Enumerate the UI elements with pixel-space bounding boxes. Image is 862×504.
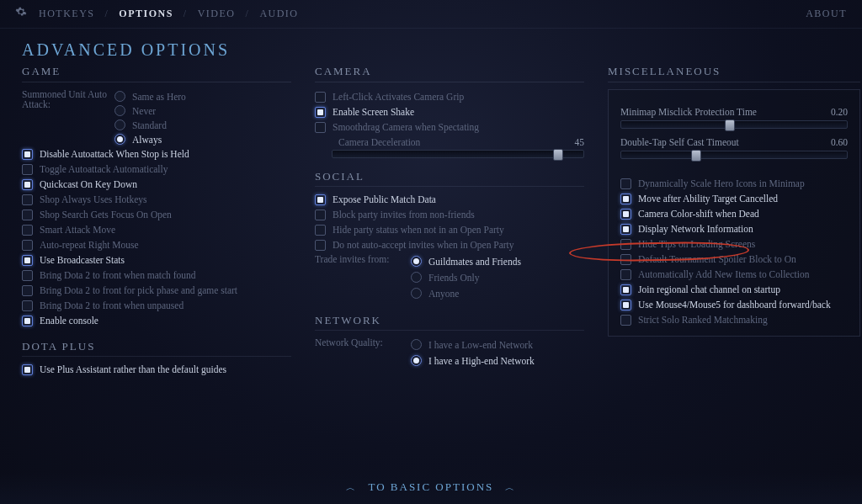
- page-title: ADVANCED OPTIONS: [0, 29, 862, 65]
- checkbox[interactable]: [620, 300, 631, 310]
- game-option[interactable]: Bring Dota 2 to front for pick phase and…: [22, 283, 291, 298]
- topbar: HOTKEYS / OPTIONS / VIDEO / AUDIO ABOUT: [0, 0, 862, 29]
- slider-track[interactable]: [620, 120, 848, 129]
- misc-option[interactable]: Join regional chat channel on startup: [620, 282, 848, 297]
- radio[interactable]: [411, 256, 422, 267]
- summoned-label: Summoned Unit Auto Attack:: [22, 89, 114, 146]
- tab-options[interactable]: OPTIONS: [119, 8, 173, 20]
- game-option[interactable]: Toggle Autoattack Automatically: [22, 162, 291, 177]
- game-option[interactable]: Enable console: [22, 313, 291, 328]
- game-option[interactable]: Bring Dota 2 to front when match found: [22, 268, 291, 283]
- checkbox[interactable]: [315, 107, 326, 118]
- radio[interactable]: [114, 134, 125, 145]
- radio[interactable]: [114, 105, 125, 116]
- checkbox[interactable]: [22, 300, 33, 311]
- trade-opt[interactable]: Anyone: [411, 286, 521, 300]
- radio[interactable]: [411, 288, 422, 299]
- social-option[interactable]: Do not auto-accept invites when in Open …: [315, 237, 584, 252]
- checkbox[interactable]: [22, 149, 33, 160]
- gear-icon[interactable]: [15, 6, 27, 21]
- game-option[interactable]: Quickcast On Key Down: [22, 177, 291, 192]
- checkbox[interactable]: [22, 225, 33, 236]
- checkbox[interactable]: [22, 285, 33, 296]
- checkbox[interactable]: [22, 255, 33, 266]
- checkbox[interactable]: [22, 164, 33, 175]
- dotaplus-option[interactable]: Use Plus Assistant rather than the defau…: [22, 362, 291, 377]
- slider-handle[interactable]: [691, 150, 701, 162]
- checkbox[interactable]: [620, 254, 631, 265]
- misc-option[interactable]: Strict Solo Ranked Matchmaking: [620, 312, 848, 327]
- checkbox[interactable]: [315, 225, 326, 236]
- tab-video[interactable]: VIDEO: [198, 8, 236, 20]
- summoned-opt[interactable]: Same as Hero: [114, 89, 186, 103]
- summoned-opt[interactable]: Never: [114, 103, 186, 118]
- checkbox[interactable]: [620, 269, 631, 280]
- option-label: Default Tournament Spoiler Block to On: [638, 254, 848, 264]
- misc-option[interactable]: Display Network Information: [620, 221, 848, 236]
- slider-value: 0.20: [831, 107, 848, 117]
- to-basic-options[interactable]: ︿ TO BASIC OPTIONS ︿: [0, 472, 862, 504]
- misc-option[interactable]: Hide Tips on Loading Screens: [620, 236, 848, 252]
- checkbox[interactable]: [315, 92, 326, 103]
- checkbox[interactable]: [620, 239, 631, 250]
- trade-opt[interactable]: Guildmates and Friends: [411, 254, 521, 268]
- radio[interactable]: [411, 355, 422, 366]
- misc-option[interactable]: Automatically Add New Items to Collectio…: [620, 267, 848, 282]
- game-option[interactable]: Auto-repeat Right Mouse: [22, 237, 291, 252]
- checkbox[interactable]: [620, 194, 631, 204]
- checkbox[interactable]: [22, 364, 33, 375]
- game-option[interactable]: Shop Search Gets Focus On Open: [22, 207, 291, 222]
- tab-hotkeys[interactable]: HOTKEYS: [39, 8, 95, 20]
- checkbox[interactable]: [315, 240, 326, 251]
- checkbox[interactable]: [22, 240, 33, 251]
- game-option[interactable]: Disable Autoattack When Stop is Held: [22, 146, 291, 162]
- social-option[interactable]: Hide party status when not in an Open Pa…: [315, 222, 584, 237]
- col-right: MISCELLANEOUS Minimap Misclick Protectio…: [608, 65, 860, 377]
- checkbox[interactable]: [620, 315, 631, 326]
- checkbox[interactable]: [315, 210, 326, 220]
- section-social: SOCIAL: [315, 170, 584, 187]
- game-option[interactable]: Smart Attack Move: [22, 222, 291, 237]
- summoned-opt[interactable]: Always: [114, 132, 186, 146]
- option-label: Toggle Autoattack Automatically: [40, 164, 291, 174]
- checkbox[interactable]: [315, 194, 326, 205]
- checkbox[interactable]: [315, 122, 326, 133]
- trade-opt[interactable]: Friends Only: [411, 270, 521, 284]
- radio[interactable]: [114, 91, 125, 102]
- network-opt[interactable]: I have a Low-end Network: [411, 337, 535, 352]
- checkbox[interactable]: [22, 210, 33, 220]
- slider-handle[interactable]: [553, 149, 563, 161]
- radio[interactable]: [411, 272, 422, 283]
- checkbox[interactable]: [620, 284, 631, 295]
- slider-handle[interactable]: [725, 119, 735, 131]
- misc-option[interactable]: Dynamically Scale Hero Icons in Minimap: [620, 176, 848, 191]
- misc-option[interactable]: Camera Color-shift when Dead: [620, 206, 848, 221]
- checkbox[interactable]: [22, 179, 33, 190]
- game-option[interactable]: Bring Dota 2 to front when unpaused: [22, 298, 291, 313]
- camera-option[interactable]: Smoothdrag Camera when Spectating: [315, 119, 584, 135]
- camera-option[interactable]: Left-Click Activates Camera Grip: [315, 89, 584, 104]
- game-option[interactable]: Use Broadcaster Stats: [22, 252, 291, 268]
- radio[interactable]: [114, 119, 125, 130]
- checkbox[interactable]: [620, 178, 631, 189]
- camera-option[interactable]: Enable Screen Shake: [315, 104, 584, 119]
- misc-option[interactable]: Move after Ability Target Cancelled: [620, 191, 848, 206]
- social-option[interactable]: Expose Public Match Data: [315, 192, 584, 207]
- checkbox[interactable]: [620, 209, 631, 220]
- network-opt[interactable]: I have a High-end Network: [411, 353, 535, 368]
- game-option[interactable]: Shop Always Uses Hotkeys: [22, 192, 291, 207]
- about-link[interactable]: ABOUT: [806, 8, 847, 20]
- chevron-up-icon: ︿: [346, 482, 357, 492]
- summoned-opt[interactable]: Standard: [114, 118, 186, 132]
- camera-decel-slider[interactable]: [332, 150, 584, 158]
- radio[interactable]: [411, 339, 422, 350]
- checkbox[interactable]: [22, 270, 33, 281]
- checkbox[interactable]: [620, 224, 631, 235]
- checkbox[interactable]: [22, 194, 33, 205]
- misc-option[interactable]: Use Mouse4/Mouse5 for dashboard forward/…: [620, 297, 848, 312]
- tab-audio[interactable]: AUDIO: [259, 8, 298, 20]
- slider-track[interactable]: [620, 151, 848, 159]
- social-option[interactable]: Block party invites from non-friends: [315, 207, 584, 222]
- checkbox[interactable]: [22, 316, 33, 326]
- misc-option[interactable]: Default Tournament Spoiler Block to On: [620, 252, 848, 267]
